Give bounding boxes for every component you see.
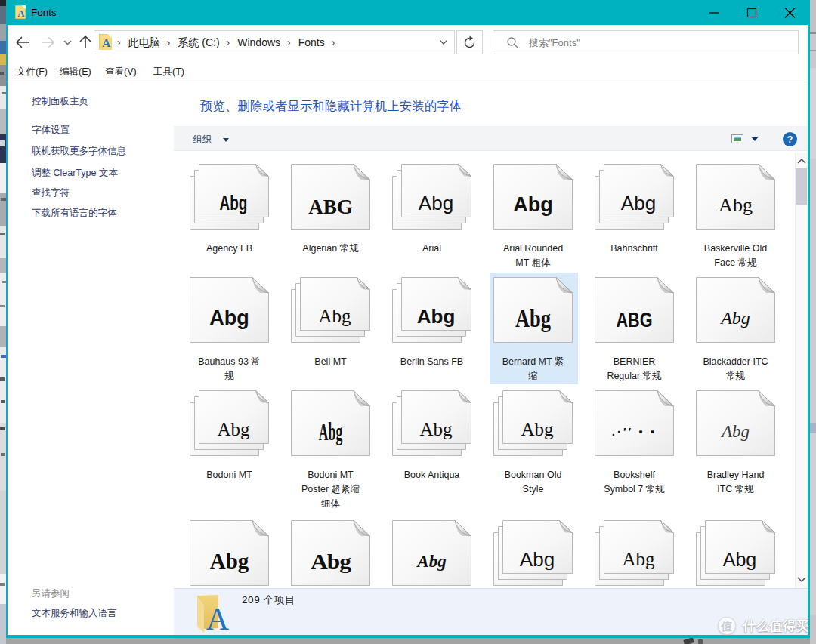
- svg-text:A: A: [206, 602, 230, 636]
